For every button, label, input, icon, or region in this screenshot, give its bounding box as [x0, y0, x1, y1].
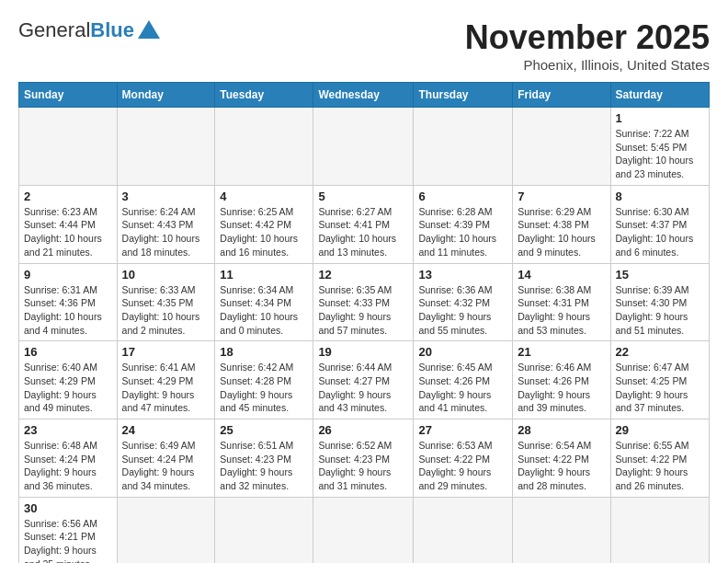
day-number: 8 [616, 190, 705, 203]
calendar-cell: 28Sunrise: 6:54 AM Sunset: 4:22 PM Dayli… [513, 419, 610, 498]
day-number: 11 [220, 268, 308, 282]
calendar-cell: 12Sunrise: 6:35 AM Sunset: 4:33 PM Dayli… [313, 263, 414, 341]
calendar-cell: 7Sunrise: 6:29 AM Sunset: 4:38 PM Daylig… [513, 185, 610, 263]
day-number: 30 [24, 501, 112, 515]
day-info: Sunrise: 6:48 AM Sunset: 4:24 PM Dayligh… [24, 439, 112, 493]
day-info: Sunrise: 6:47 AM Sunset: 4:25 PM Dayligh… [616, 361, 705, 415]
calendar-cell: 17Sunrise: 6:41 AM Sunset: 4:29 PM Dayli… [117, 341, 215, 419]
calendar-cell: 13Sunrise: 6:36 AM Sunset: 4:32 PM Dayli… [414, 263, 513, 341]
calendar-cell: 6Sunrise: 6:28 AM Sunset: 4:39 PM Daylig… [414, 185, 513, 263]
day-info: Sunrise: 6:46 AM Sunset: 4:26 PM Dayligh… [518, 361, 605, 415]
calendar-cell [215, 497, 313, 563]
day-info: Sunrise: 6:45 AM Sunset: 4:26 PM Dayligh… [418, 361, 507, 415]
calendar-cell: 27Sunrise: 6:53 AM Sunset: 4:22 PM Dayli… [414, 419, 513, 498]
location: Phoenix, Illinois, United States [465, 57, 710, 73]
calendar-cell [117, 497, 215, 563]
day-info: Sunrise: 6:49 AM Sunset: 4:24 PM Dayligh… [122, 439, 210, 493]
calendar-cell: 20Sunrise: 6:45 AM Sunset: 4:26 PM Dayli… [414, 341, 513, 419]
day-info: Sunrise: 6:35 AM Sunset: 4:33 PM Dayligh… [318, 283, 408, 338]
day-number: 18 [220, 345, 308, 359]
day-number: 29 [616, 423, 705, 437]
day-number: 17 [122, 345, 210, 359]
day-info: Sunrise: 6:23 AM Sunset: 4:44 PM Dayligh… [24, 205, 112, 259]
day-number: 1 [616, 111, 705, 125]
calendar-table: SundayMondayTuesdayWednesdayThursdayFrid… [18, 82, 710, 563]
day-number: 20 [418, 345, 507, 359]
day-number: 22 [616, 345, 705, 359]
day-number: 19 [318, 345, 408, 359]
calendar-cell: 16Sunrise: 6:40 AM Sunset: 4:29 PM Dayli… [19, 341, 118, 419]
calendar-cell [513, 108, 610, 186]
calendar-cell: 21Sunrise: 6:46 AM Sunset: 4:26 PM Dayli… [513, 341, 610, 419]
day-number: 26 [318, 423, 408, 437]
weekday-header-thursday: Thursday [414, 83, 513, 108]
calendar-cell: 4Sunrise: 6:25 AM Sunset: 4:42 PM Daylig… [215, 185, 313, 263]
calendar-cell [313, 497, 414, 563]
calendar-cell: 24Sunrise: 6:49 AM Sunset: 4:24 PM Dayli… [117, 419, 215, 498]
day-number: 6 [418, 190, 507, 203]
day-number: 9 [24, 268, 112, 282]
calendar-cell: 9Sunrise: 6:31 AM Sunset: 4:36 PM Daylig… [19, 263, 118, 341]
calendar-cell: 2Sunrise: 6:23 AM Sunset: 4:44 PM Daylig… [19, 185, 118, 263]
calendar-cell: 5Sunrise: 6:27 AM Sunset: 4:41 PM Daylig… [313, 185, 414, 263]
day-number: 2 [24, 190, 112, 203]
day-info: Sunrise: 6:56 AM Sunset: 4:21 PM Dayligh… [24, 517, 112, 563]
weekday-header-saturday: Saturday [610, 83, 710, 108]
month-title: November 2025 [465, 18, 710, 57]
calendar-cell [513, 497, 610, 563]
calendar-cell [117, 108, 215, 186]
calendar-cell: 19Sunrise: 6:44 AM Sunset: 4:27 PM Dayli… [313, 341, 414, 419]
day-info: Sunrise: 6:52 AM Sunset: 4:23 PM Dayligh… [318, 439, 408, 493]
calendar-week-row: 1Sunrise: 7:22 AM Sunset: 5:45 PM Daylig… [19, 108, 710, 186]
calendar-cell: 18Sunrise: 6:42 AM Sunset: 4:28 PM Dayli… [215, 341, 313, 419]
calendar-cell: 22Sunrise: 6:47 AM Sunset: 4:25 PM Dayli… [610, 341, 710, 419]
day-number: 7 [518, 190, 605, 203]
day-number: 23 [24, 423, 112, 437]
day-number: 25 [220, 423, 308, 437]
day-number: 15 [616, 268, 705, 282]
calendar-cell [414, 108, 513, 186]
day-info: Sunrise: 6:34 AM Sunset: 4:34 PM Dayligh… [220, 283, 308, 338]
logo-general-text: General [18, 18, 90, 42]
day-number: 10 [122, 268, 210, 282]
day-number: 27 [418, 423, 507, 437]
calendar-cell [610, 497, 710, 563]
day-info: Sunrise: 6:30 AM Sunset: 4:37 PM Dayligh… [616, 205, 705, 259]
day-number: 13 [418, 268, 507, 282]
calendar-cell: 1Sunrise: 7:22 AM Sunset: 5:45 PM Daylig… [610, 108, 710, 186]
day-number: 24 [122, 423, 210, 437]
calendar-cell: 23Sunrise: 6:48 AM Sunset: 4:24 PM Dayli… [19, 419, 118, 498]
day-number: 4 [220, 190, 308, 203]
day-number: 3 [122, 190, 210, 203]
day-number: 5 [318, 190, 408, 203]
day-info: Sunrise: 6:55 AM Sunset: 4:22 PM Dayligh… [616, 439, 705, 493]
calendar-cell: 10Sunrise: 6:33 AM Sunset: 4:35 PM Dayli… [117, 263, 215, 341]
calendar-week-row: 23Sunrise: 6:48 AM Sunset: 4:24 PM Dayli… [19, 419, 710, 498]
calendar-cell [313, 108, 414, 186]
day-info: Sunrise: 6:29 AM Sunset: 4:38 PM Dayligh… [518, 205, 605, 259]
title-area: November 2025 Phoenix, Illinois, United … [465, 18, 710, 73]
calendar-cell: 14Sunrise: 6:38 AM Sunset: 4:31 PM Dayli… [513, 263, 610, 341]
weekday-header-row: SundayMondayTuesdayWednesdayThursdayFrid… [19, 83, 710, 108]
day-info: Sunrise: 6:33 AM Sunset: 4:35 PM Dayligh… [122, 283, 210, 338]
day-info: Sunrise: 6:53 AM Sunset: 4:22 PM Dayligh… [418, 439, 507, 493]
day-info: Sunrise: 6:28 AM Sunset: 4:39 PM Dayligh… [418, 205, 507, 259]
day-number: 14 [518, 268, 605, 282]
logo-blue-text: Blue [90, 18, 134, 42]
weekday-header-monday: Monday [117, 83, 215, 108]
day-info: Sunrise: 6:42 AM Sunset: 4:28 PM Dayligh… [220, 361, 308, 415]
calendar-cell: 11Sunrise: 6:34 AM Sunset: 4:34 PM Dayli… [215, 263, 313, 341]
calendar-cell [19, 108, 118, 186]
calendar-week-row: 30Sunrise: 6:56 AM Sunset: 4:21 PM Dayli… [19, 497, 710, 563]
calendar-cell [215, 108, 313, 186]
logo: General Blue [18, 18, 160, 42]
weekday-header-tuesday: Tuesday [215, 83, 313, 108]
calendar-cell [414, 497, 513, 563]
logo-triangle-icon [138, 20, 160, 39]
day-info: Sunrise: 6:39 AM Sunset: 4:30 PM Dayligh… [616, 283, 705, 338]
calendar-week-row: 16Sunrise: 6:40 AM Sunset: 4:29 PM Dayli… [19, 341, 710, 419]
day-info: Sunrise: 7:22 AM Sunset: 5:45 PM Dayligh… [616, 127, 705, 181]
calendar-cell: 29Sunrise: 6:55 AM Sunset: 4:22 PM Dayli… [610, 419, 710, 498]
header: General Blue November 2025 Phoenix, Illi… [18, 18, 710, 73]
calendar-cell: 15Sunrise: 6:39 AM Sunset: 4:30 PM Dayli… [610, 263, 710, 341]
